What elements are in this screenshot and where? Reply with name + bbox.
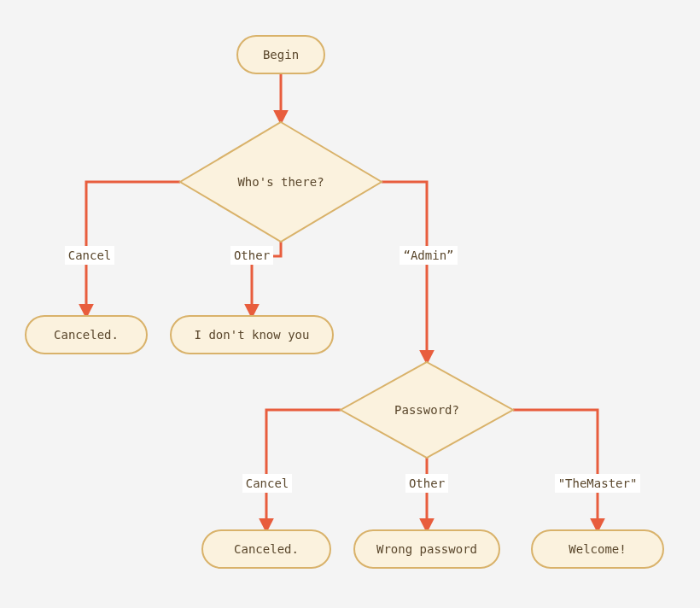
edge-label-who-admin: “Admin” — [403, 248, 453, 262]
edge-label-pw-master: "TheMaster" — [558, 476, 638, 490]
node-who: Who's there? — [180, 122, 382, 242]
node-wrong: Wrong password — [354, 530, 499, 568]
edge-pw-master — [513, 410, 598, 530]
svg-text:I don't know you: I don't know you — [195, 328, 310, 342]
svg-text:Who's there?: Who's there? — [237, 175, 324, 189]
svg-text:Password?: Password? — [394, 403, 459, 417]
node-canceled-2: Canceled. — [202, 530, 330, 568]
node-idk: I don't know you — [171, 316, 333, 354]
svg-text:Canceled.: Canceled. — [234, 542, 299, 556]
edge-pw-cancel — [266, 410, 341, 530]
node-canceled-1: Canceled. — [26, 316, 147, 354]
node-begin: Begin — [237, 36, 324, 73]
node-password: Password? — [341, 362, 513, 458]
flowchart-canvas: Cancel Other “Admin” Cancel Other "TheMa… — [0, 0, 700, 608]
svg-text:Canceled.: Canceled. — [54, 328, 119, 342]
node-welcome: Welcome! — [532, 530, 663, 568]
edge-label-who-other: Other — [234, 248, 270, 262]
svg-text:Wrong password: Wrong password — [376, 542, 477, 556]
edge-label-pw-cancel: Cancel — [246, 476, 289, 490]
svg-text:Welcome!: Welcome! — [569, 542, 626, 556]
edge-label-who-cancel: Cancel — [68, 248, 112, 262]
edge-who-admin — [382, 182, 427, 362]
edge-label-pw-other: Other — [409, 476, 445, 490]
svg-text:Begin: Begin — [263, 48, 299, 61]
